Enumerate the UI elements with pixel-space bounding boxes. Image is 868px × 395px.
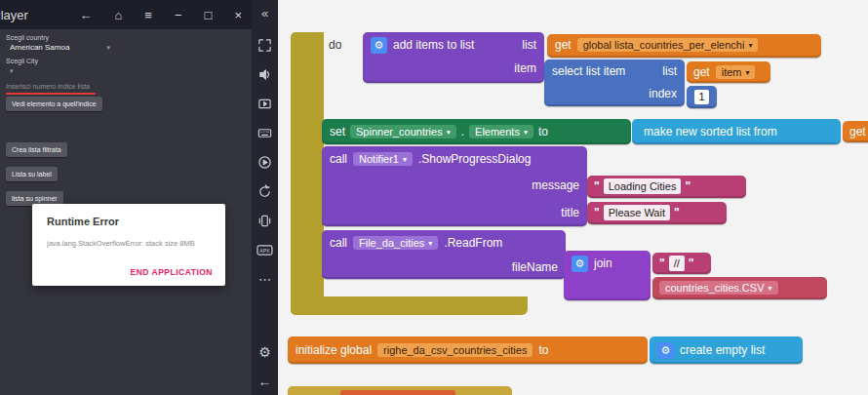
text-field[interactable]: Please Wait [604, 205, 670, 220]
shake-icon[interactable] [252, 214, 278, 228]
chevron-down-icon: ▾ [10, 67, 14, 75]
init-global-block[interactable]: initialize global righe_da_csv_countries… [288, 336, 648, 364]
text-field[interactable]: // [669, 256, 685, 271]
variable-name-field[interactable]: righe_da_csv_countries_cities [377, 343, 533, 357]
foreach-block-foot[interactable] [291, 296, 528, 315]
more-options-icon[interactable]: ⋯ [252, 273, 278, 286]
open-quote: " [594, 179, 600, 193]
call-file-readfrom-block[interactable]: call File_da_cities ▾ .ReadFrom fileName [322, 230, 566, 279]
keyboard-icon[interactable] [252, 126, 278, 140]
block-label: initialize global [296, 343, 372, 357]
file-dropdown[interactable]: countries_cities.CSV ▾ [659, 281, 778, 295]
string-slash-block[interactable]: " // " [652, 253, 711, 274]
chevron-down-icon: ▾ [524, 128, 528, 137]
fullscreen-icon[interactable] [252, 38, 278, 53]
call-label: call [330, 152, 347, 166]
menu-icon[interactable]: ≡ [144, 8, 152, 22]
join-block[interactable]: ⚙ join [564, 251, 651, 300]
list-on-label-button[interactable]: Lista su label [6, 167, 58, 181]
mutator-gear-icon[interactable]: ⚙ [572, 256, 588, 272]
call-label: call [330, 236, 347, 250]
param-list-label: list [512, 38, 536, 52]
partial-block-field[interactable] [340, 390, 455, 395]
to-label: to [538, 125, 548, 138]
set-spinner-elements-block[interactable]: set Spinner_countries ▾ . Elements ▾ to [322, 119, 631, 144]
chevron-down-icon: ▾ [428, 239, 432, 248]
param-title-label: title [551, 206, 579, 219]
variable-dropdown[interactable]: item ▾ [716, 65, 756, 79]
param-filename-label: fileName [502, 260, 558, 274]
chevron-down-icon: ▾ [447, 128, 451, 137]
chevron-down-icon: ▾ [106, 44, 110, 52]
country-spinner[interactable]: American Samoa ▾ [10, 43, 110, 52]
block-label: make new sorted list from [644, 125, 777, 138]
dialog-message: java.lang.StackOverflowError: stack size… [47, 239, 195, 248]
close-icon[interactable]: × [234, 8, 242, 22]
add-items-to-list-block[interactable]: ⚙ add items to list list item [363, 32, 544, 83]
chevron-down-icon: ▾ [745, 68, 749, 77]
get-item-block[interactable]: get item ▾ [687, 61, 770, 83]
nav-back-icon[interactable]: ← [80, 8, 93, 22]
mutator-gear-icon[interactable]: ⚙ [657, 342, 674, 359]
variable-dropdown[interactable]: global lista_countries_per_elenchi ▾ [577, 38, 759, 52]
select-list-item-block[interactable]: select list item list index [544, 59, 685, 106]
string-please-wait-block[interactable]: " Please Wait " [587, 202, 727, 224]
end-application-button[interactable]: END APPLICATION [131, 267, 213, 277]
apk-install-icon[interactable]: APK [252, 243, 278, 257]
get-block-clipped[interactable]: get [843, 121, 868, 142]
block-label: add items to list [393, 38, 474, 52]
csv-file-dropdown-block[interactable]: countries_cities.CSV ▾ [652, 277, 827, 299]
input-underline [6, 93, 96, 95]
create-filtered-list-button[interactable]: Crea lista filtrata [6, 142, 67, 157]
open-quote: " [659, 257, 665, 270]
chevron-down-icon: ▾ [403, 155, 407, 164]
number-block[interactable]: 1 [687, 86, 717, 108]
maximize-icon[interactable]: □ [205, 8, 213, 22]
window-title: Player [0, 8, 28, 22]
text-field[interactable]: Loading Cities [604, 178, 682, 194]
to-label: to [538, 343, 548, 357]
create-empty-list-block[interactable]: ⚙ create empty list [650, 336, 803, 364]
dot-label: . [461, 125, 464, 138]
mutator-gear-icon[interactable]: ⚙ [371, 37, 387, 54]
back-arrow-icon[interactable]: ← [252, 375, 278, 388]
make-sorted-list-block[interactable]: make new sorted list from [632, 119, 841, 144]
video-icon[interactable] [252, 97, 278, 111]
close-quote: " [674, 206, 680, 219]
call-notifier-block[interactable]: call Notifier1 ▾ .ShowProgressDialog mes… [322, 146, 587, 226]
param-index-label: index [639, 87, 677, 100]
get-label: get [849, 125, 866, 138]
component-dropdown[interactable]: File_da_cities ▾ [353, 236, 438, 250]
param-list-label: list [652, 64, 677, 78]
block-label: join [594, 257, 612, 270]
play-icon[interactable] [252, 155, 278, 170]
volume-icon[interactable] [252, 67, 278, 82]
component-dropdown[interactable]: Notifier1 ▾ [353, 152, 413, 166]
svg-text:APK: APK [259, 248, 270, 254]
component-dropdown[interactable]: Spinner_countries ▾ [350, 125, 456, 138]
param-item-label: item [504, 61, 536, 75]
home-icon[interactable]: ⌂ [115, 8, 123, 22]
get-global-countries-block[interactable]: get global lista_countries_per_elenchi ▾ [547, 34, 821, 58]
dialog-title: Runtime Error [47, 216, 119, 227]
label-scegli-city: Scegli City [6, 58, 38, 64]
blocks-canvas[interactable]: do ⚙ add items to list list item get glo… [278, 0, 868, 395]
rotate-icon[interactable] [252, 184, 278, 199]
label-scegli-country: Scegli country [6, 34, 49, 41]
settings-gear-icon[interactable]: ⚙ [252, 345, 278, 359]
get-label: get [555, 38, 572, 52]
chevron-down-icon: ▾ [748, 41, 752, 50]
method-label: .ShowProgressDialog [418, 152, 531, 166]
foreach-block-spine[interactable] [291, 32, 324, 315]
city-spinner[interactable]: ▾ [10, 67, 21, 75]
string-loading-cities-block[interactable]: " Loading Cities " [587, 176, 746, 198]
param-message-label: message [522, 178, 579, 192]
number-field[interactable]: 1 [694, 90, 708, 104]
close-quote: " [685, 179, 690, 193]
minimize-icon[interactable]: − [175, 8, 182, 22]
show-element-button[interactable]: Vedi elemento a quell'indice [6, 97, 102, 111]
get-label: get [693, 65, 710, 79]
index-input[interactable]: Inserisci numero indice lista [6, 83, 90, 90]
collapse-sidebar-icon[interactable]: « [252, 7, 278, 20]
property-dropdown[interactable]: Elements ▾ [469, 125, 533, 138]
